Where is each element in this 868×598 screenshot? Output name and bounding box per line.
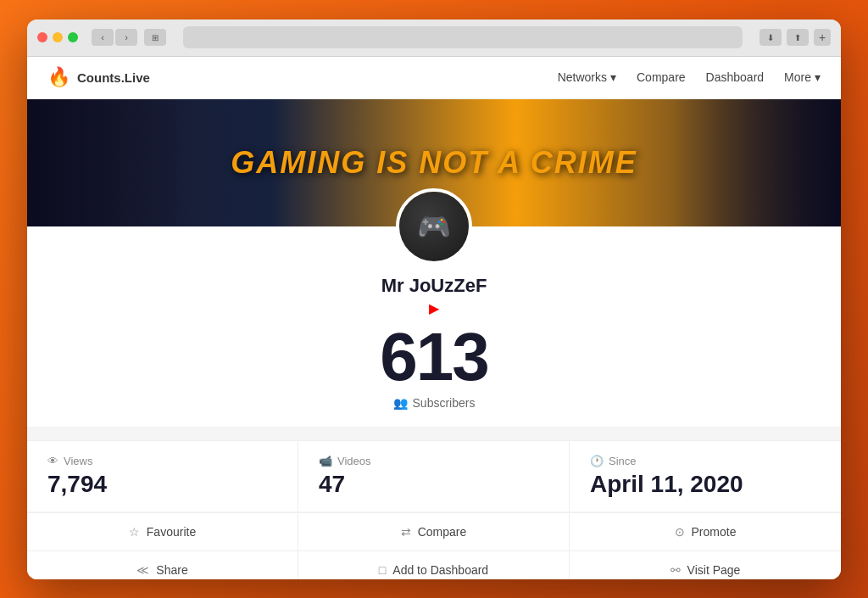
networks-nav-item[interactable]: Networks ▾ — [558, 70, 616, 84]
chevron-down-icon: ▾ — [815, 70, 821, 84]
banner-overlay-right — [671, 99, 841, 226]
download-button[interactable]: ⬇ — [760, 29, 782, 46]
videos-stat: 📹 Videos 47 — [298, 441, 570, 511]
nav-links: Networks ▾ Compare Dashboard More ▾ — [558, 70, 821, 84]
close-button[interactable] — [37, 32, 47, 42]
logo[interactable]: 🔥 Counts.Live — [47, 66, 150, 88]
youtube-icon: ▶ — [429, 300, 439, 316]
since-stat: 🕐 Since April 11, 2020 — [570, 441, 841, 511]
videos-icon: 📹 — [319, 455, 332, 467]
title-bar: ‹ › ⊞ ⬇ ⬆ + — [27, 20, 841, 57]
nav-buttons: ‹ › — [92, 29, 137, 46]
dashboard-icon: □ — [379, 563, 386, 577]
channel-name: Mr JoUzZeF — [381, 275, 487, 297]
views-stat: 👁 Views 7,794 — [27, 441, 298, 511]
chevron-down-icon: ▾ — [610, 70, 616, 84]
maximize-button[interactable] — [68, 32, 78, 42]
visit-page-button[interactable]: ⚯ Visit Page — [570, 551, 841, 579]
content-area: GAMING IS NOT A CRIME 🎮 Mr JoUzZeF ▶ 613… — [27, 99, 841, 579]
promote-icon: ⊙ — [675, 525, 685, 539]
traffic-lights — [37, 32, 78, 42]
since-value: April 11, 2020 — [590, 471, 821, 498]
flame-icon: 🔥 — [47, 66, 70, 88]
compare-button[interactable]: ⇄ Compare — [298, 513, 570, 551]
star-icon: ☆ — [129, 525, 140, 539]
address-bar[interactable] — [183, 26, 743, 48]
favourite-button[interactable]: ☆ Favourite — [27, 513, 298, 551]
back-button[interactable]: ‹ — [92, 29, 114, 46]
more-nav-item[interactable]: More ▾ — [784, 70, 821, 84]
views-value: 7,794 — [47, 471, 277, 498]
grid-view-button[interactable]: ⊞ — [144, 29, 166, 46]
compare-icon: ⇄ — [401, 525, 411, 539]
add-to-dashboard-button[interactable]: □ Add to Dashboard — [298, 551, 570, 579]
compare-nav-item[interactable]: Compare — [637, 70, 686, 84]
minimize-button[interactable] — [53, 32, 63, 42]
promote-button[interactable]: ⊙ Promote — [570, 513, 841, 551]
title-bar-right: ⬇ ⬆ + — [760, 29, 831, 46]
views-icon: 👁 — [47, 455, 58, 467]
actions-grid: ☆ Favourite ⇄ Compare ⊙ Promote ≪ Share … — [27, 512, 841, 579]
profile-section: 🎮 Mr JoUzZeF ▶ 613 👥 Subscribers — [27, 226, 841, 427]
since-label: 🕐 Since — [590, 455, 821, 467]
videos-label: 📹 Videos — [319, 455, 548, 467]
share-tab-button[interactable]: ⬆ — [787, 29, 809, 46]
videos-value: 47 — [319, 471, 548, 498]
views-label: 👁 Views — [47, 455, 277, 467]
new-tab-button[interactable]: + — [814, 29, 831, 46]
stats-row: 👁 Views 7,794 📹 Videos 47 🕐 Since April … — [27, 440, 841, 511]
banner-text: GAMING IS NOT A CRIME — [231, 145, 637, 181]
subscriber-count: 613 — [380, 323, 487, 391]
subscriber-label: 👥 Subscribers — [393, 396, 476, 410]
avatar: 🎮 — [396, 188, 472, 265]
nav-bar: 🔥 Counts.Live Networks ▾ Compare Dashboa… — [27, 57, 841, 99]
banner-overlay-left — [27, 99, 197, 226]
share-icon: ≪ — [136, 563, 149, 577]
logo-text: Counts.Live — [77, 70, 150, 85]
link-icon: ⚯ — [670, 563, 681, 577]
avatar-image: 🎮 — [399, 192, 469, 261]
dashboard-nav-item[interactable]: Dashboard — [706, 70, 765, 84]
subscribers-icon: 👥 — [393, 396, 408, 410]
forward-button[interactable]: › — [115, 29, 137, 46]
share-button[interactable]: ≪ Share — [27, 551, 298, 579]
browser-window: ‹ › ⊞ ⬇ ⬆ + 🔥 Counts.Live Networks ▾ Com… — [27, 20, 841, 579]
clock-icon: 🕐 — [590, 455, 604, 467]
